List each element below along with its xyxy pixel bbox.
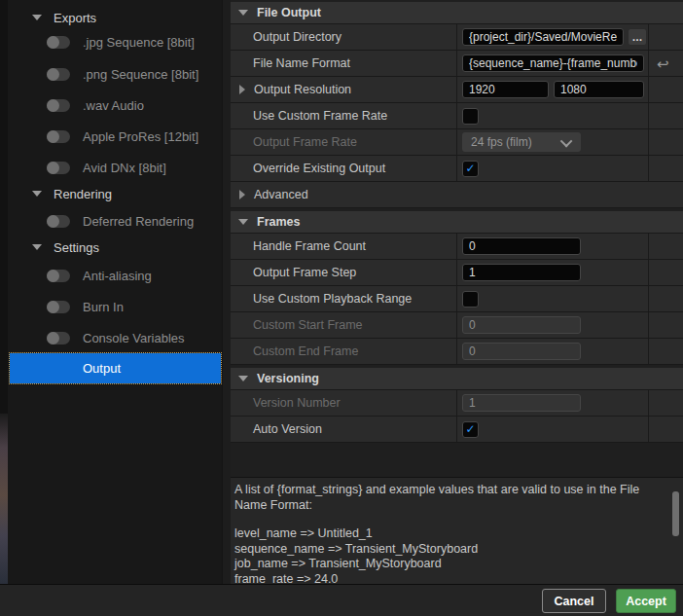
checkbox-unchecked[interactable] <box>462 291 479 308</box>
sidebar-item-label: Console Variables <box>83 331 185 345</box>
section-title: Versioning <box>257 372 319 385</box>
help-text: job_name => Transient_MyStoryboard <box>234 557 664 572</box>
section-header-versioning[interactable]: Versioning <box>231 368 683 390</box>
toggle-off-icon[interactable] <box>47 68 70 81</box>
scrollbar-thumb[interactable] <box>672 491 679 536</box>
row-output-frame-rate: Output Frame Rate 24 fps (film) <box>231 129 683 156</box>
property-label: Auto Version <box>253 422 322 436</box>
category-label: Rendering <box>54 187 112 201</box>
resolution-width-input[interactable] <box>462 81 549 98</box>
toggle-off-icon[interactable] <box>47 130 70 143</box>
toggle-off-icon[interactable] <box>47 215 70 228</box>
sidebar-item-png-sequence[interactable]: .png Sequence [8bit] <box>8 58 222 90</box>
row-use-custom-playback-range: Use Custom Playback Range <box>231 286 683 312</box>
row-output-frame-step: Output Frame Step <box>231 260 683 286</box>
toggle-off-icon[interactable] <box>47 162 70 174</box>
settings-sidebar: Exports .jpg Sequence [8bit] .png Sequen… <box>8 0 223 584</box>
property-label: Override Existing Output <box>253 162 385 175</box>
toggle-off-icon[interactable] <box>47 270 70 282</box>
row-handle-frame-count: Handle Frame Count <box>231 234 683 260</box>
cancel-button[interactable]: Cancel <box>542 589 606 613</box>
custom-end-frame-input <box>462 343 581 360</box>
section-title: Frames <box>257 215 300 229</box>
property-label: File Name Format <box>253 56 350 70</box>
help-text: A list of {format_strings} and example v… <box>234 483 664 513</box>
sidebar-item-label: Anti-aliasing <box>83 269 152 283</box>
sidebar-item-wav-audio[interactable]: .wav Audio <box>8 90 222 121</box>
help-text: level_name => Untitled_1 <box>234 526 664 542</box>
format-strings-help-box: A list of {format_strings} and example v… <box>231 477 683 584</box>
toggle-off-icon[interactable] <box>47 301 70 313</box>
sidebar-category-rendering[interactable]: Rendering <box>8 182 222 205</box>
reset-to-default-icon[interactable]: ↩ <box>657 56 669 71</box>
section-header-file-output[interactable]: File Output <box>231 2 683 24</box>
category-label: Settings <box>54 240 99 255</box>
property-label: Output Resolution <box>254 83 351 96</box>
property-label: Use Custom Frame Rate <box>253 109 387 123</box>
output-frame-step-input[interactable] <box>462 264 581 281</box>
checkbox-checked[interactable]: ✓ <box>462 421 479 438</box>
sidebar-item-label: Apple ProRes [12bit] <box>83 129 198 144</box>
section-title: File Output <box>257 6 321 19</box>
section-header-frames[interactable]: Frames <box>231 211 683 234</box>
property-label-disabled: Custom End Frame <box>253 344 358 358</box>
sidebar-item-burn-in[interactable]: Burn In <box>8 291 222 322</box>
file-name-format-input[interactable] <box>462 54 644 72</box>
chevron-down-icon <box>32 191 42 197</box>
row-file-name-format: File Name Format ↩ <box>231 51 683 77</box>
check-icon: ✓ <box>465 163 475 174</box>
row-use-custom-frame-rate: Use Custom Frame Rate <box>231 103 683 129</box>
row-override-existing-output: Override Existing Output ✓ <box>231 156 683 182</box>
viewport-scene-sliver <box>0 414 8 584</box>
sidebar-category-settings[interactable]: Settings <box>8 236 222 259</box>
sidebar-item-anti-aliasing[interactable]: Anti-aliasing <box>8 260 222 291</box>
checkbox-checked[interactable]: ✓ <box>462 161 479 177</box>
row-output-resolution: Output Resolution <box>231 77 683 103</box>
property-label: Output Directory <box>253 30 342 44</box>
version-number-input <box>462 394 581 412</box>
property-label-disabled: Version Number <box>253 396 341 410</box>
property-label: Handle Frame Count <box>253 239 366 253</box>
sidebar-item-label: Deferred Rendering <box>83 214 194 229</box>
sidebar-item-jpg-sequence[interactable]: .jpg Sequence [8bit] <box>8 26 222 57</box>
frame-rate-dropdown[interactable]: 24 fps (film) <box>462 132 581 152</box>
sidebar-item-label: .jpg Sequence [8bit] <box>83 35 195 50</box>
accept-button[interactable]: Accept <box>616 589 676 613</box>
chevron-right-icon[interactable] <box>239 85 245 94</box>
help-text: sequence_name => Transient_MyStoryboard <box>234 542 664 558</box>
sidebar-item-avid-dnx[interactable]: Avid DNx [8bit] <box>8 152 222 183</box>
row-advanced[interactable]: Advanced <box>231 182 683 208</box>
custom-start-frame-input <box>462 316 581 334</box>
sidebar-item-label: Avid DNx [8bit] <box>83 161 166 175</box>
property-label: Use Custom Playback Range <box>253 292 412 306</box>
toggle-off-icon[interactable] <box>47 36 70 49</box>
dialog-footer: Cancel Accept <box>0 584 683 616</box>
property-label-disabled: Output Frame Rate <box>253 135 357 149</box>
handle-frame-count-input[interactable] <box>462 237 581 255</box>
category-label: Exports <box>54 11 96 25</box>
sidebar-item-label: .wav Audio <box>83 98 144 113</box>
browse-ellipsis-button[interactable]: … <box>628 28 647 46</box>
sidebar-item-label: Burn In <box>83 300 124 314</box>
output-directory-input[interactable] <box>462 28 624 46</box>
property-label: Output Frame Step <box>253 266 356 279</box>
output-settings-panel: File Output Output Directory … File Name… <box>231 0 683 584</box>
chevron-down-icon <box>238 376 248 381</box>
row-auto-version: Auto Version ✓ <box>231 417 683 443</box>
sidebar-item-console-variables[interactable]: Console Variables <box>8 322 222 353</box>
toggle-off-icon[interactable] <box>47 99 70 112</box>
property-label: Advanced <box>254 188 308 201</box>
toggle-off-icon[interactable] <box>47 332 70 344</box>
dropdown-value: 24 fps (film) <box>471 135 532 149</box>
sidebar-item-label: .png Sequence [8bit] <box>83 67 198 82</box>
chevron-right-icon <box>239 190 245 199</box>
sidebar-item-apple-prores[interactable]: Apple ProRes [12bit] <box>8 121 222 152</box>
row-custom-end-frame: Custom End Frame <box>231 339 683 365</box>
checkbox-unchecked[interactable] <box>462 108 479 125</box>
property-label-disabled: Custom Start Frame <box>253 318 363 332</box>
chevron-down-icon <box>238 10 248 16</box>
resolution-height-input[interactable] <box>554 81 644 98</box>
sidebar-item-output-selected[interactable]: Output <box>10 353 221 383</box>
sidebar-item-deferred-rendering[interactable]: Deferred Rendering <box>8 205 222 236</box>
row-version-number: Version Number <box>231 390 683 417</box>
